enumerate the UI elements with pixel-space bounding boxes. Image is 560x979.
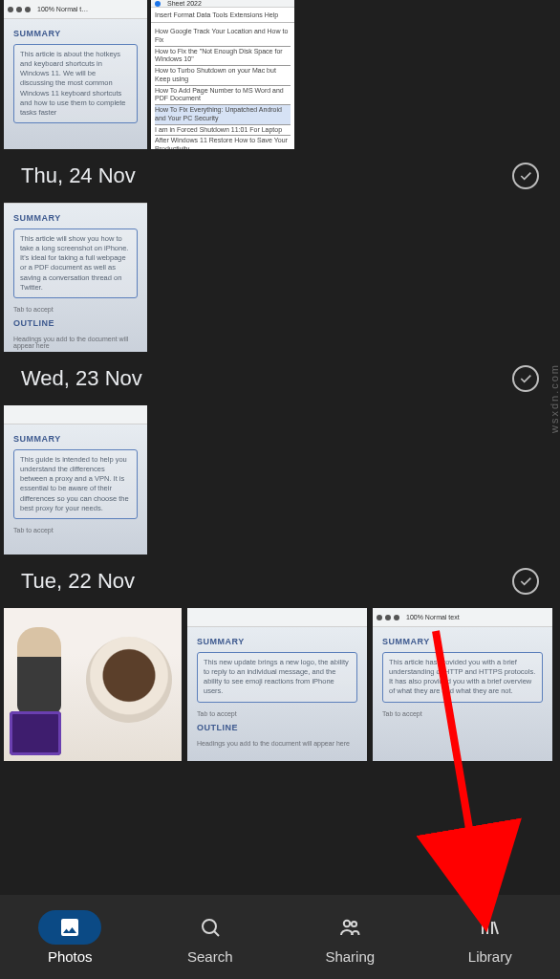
thumb-toolbar: 100% Normal text	[373, 608, 552, 627]
photo-row: SUMMARY This new update brings a new log…	[0, 608, 560, 761]
library-icon	[479, 916, 502, 939]
photos-scroll-area[interactable]: 100% Normal t… SUMMARY This article is a…	[0, 0, 560, 899]
nav-label: Sharing	[325, 948, 375, 965]
thumb-toolbar	[187, 608, 367, 627]
photo-thumbnail[interactable]: SUMMARY This article will show you how t…	[4, 203, 147, 352]
photo-thumbnail[interactable]	[4, 608, 182, 761]
thumb-toolbar: 100% Normal t…	[4, 0, 147, 19]
nav-label: Photos	[48, 948, 93, 965]
summary-label: SUMMARY	[13, 434, 138, 444]
photo-thumbnail[interactable]: SUMMARY This new update brings a new log…	[187, 608, 367, 761]
chocolate-bar	[10, 711, 61, 755]
photo-thumbnail[interactable]: Sheet 2022 Insert Format Data Tools Exte…	[151, 0, 294, 149]
photo-thumbnail[interactable]: SUMMARY This guide is intended to help y…	[4, 405, 147, 555]
photo-thumbnail[interactable]: 100% Normal text SUMMARY This article ha…	[373, 608, 552, 761]
summary-box: This article has provided you with a bri…	[382, 652, 543, 703]
figurine	[17, 627, 61, 713]
summary-label: SUMMARY	[13, 29, 138, 38]
thumb-toolbar	[4, 405, 147, 424]
svg-point-1	[344, 920, 350, 925]
photo-thumbnail[interactable]: 100% Normal t… SUMMARY This article is a…	[4, 0, 147, 149]
summary-box: This new update brings a new logo, the a…	[197, 652, 357, 703]
thumb-toolbar: Sheet 2022	[151, 0, 294, 8]
svg-point-2	[352, 921, 356, 925]
date-header: Wed, 23 Nov	[0, 352, 560, 405]
date-label: Wed, 23 Nov	[21, 366, 142, 391]
date-label: Tue, 22 Nov	[21, 569, 135, 594]
nav-sharing[interactable]: Sharing	[280, 895, 420, 979]
people-icon	[338, 916, 361, 939]
photo-row: 100% Normal t… SUMMARY This article is a…	[0, 0, 560, 149]
select-all-icon[interactable]	[512, 163, 539, 189]
date-header: Thu, 24 Nov	[0, 149, 560, 203]
select-all-icon[interactable]	[512, 568, 539, 595]
summary-label: SUMMARY	[13, 213, 138, 223]
date-header: Tue, 22 Nov	[0, 555, 560, 608]
nav-library[interactable]: Library	[420, 895, 561, 979]
select-all-icon[interactable]	[512, 365, 539, 392]
summary-label: SUMMARY	[197, 637, 357, 646]
nav-search[interactable]: Search	[140, 895, 281, 979]
doc-preview: Insert Format Data Tools Extensions Help	[151, 8, 294, 23]
summary-box: This article will show you how to take a…	[13, 228, 138, 298]
photo-row: SUMMARY This guide is intended to help y…	[0, 405, 560, 555]
search-icon	[199, 916, 222, 939]
watermark: wsxdn.com	[549, 363, 560, 433]
photo-row: SUMMARY This article will show you how t…	[0, 203, 560, 352]
summary-label: SUMMARY	[382, 637, 543, 646]
nav-label: Search	[187, 948, 233, 965]
svg-point-0	[203, 920, 216, 933]
date-label: Thu, 24 Nov	[21, 163, 136, 188]
summary-box: This guide is intended to help you under…	[13, 449, 138, 519]
bottom-nav: Photos Search Sharing Library	[0, 895, 560, 979]
summary-box: This article is about the hotkeys and ke…	[13, 44, 138, 123]
nav-label: Library	[468, 948, 512, 965]
coffee-cup	[86, 637, 172, 723]
nav-photos[interactable]: Photos	[0, 895, 140, 979]
photos-icon	[58, 916, 81, 939]
